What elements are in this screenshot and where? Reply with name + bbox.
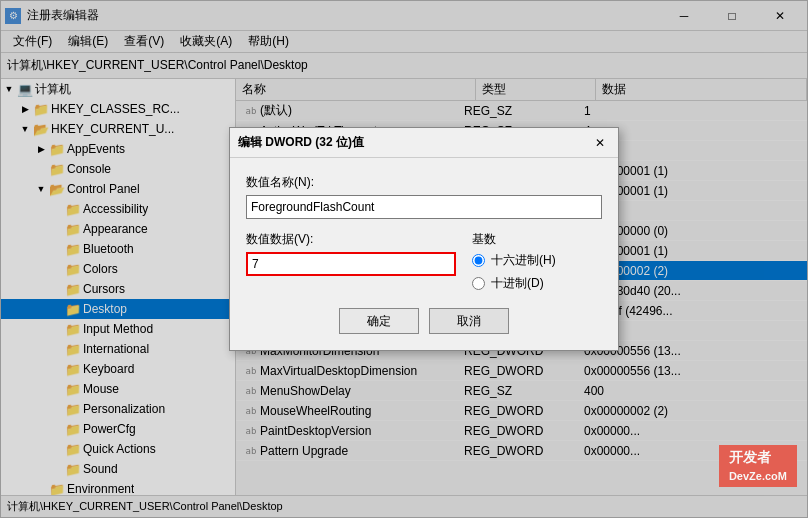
radio-hex-label[interactable]: 十六进制(H) bbox=[472, 252, 602, 269]
dialog-buttons: 确定 取消 bbox=[246, 308, 602, 334]
watermark-subtext: DevZe.coM bbox=[729, 470, 787, 482]
ok-button[interactable]: 确定 bbox=[339, 308, 419, 334]
radio-hex-text: 十六进制(H) bbox=[491, 252, 556, 269]
radio-dec[interactable] bbox=[472, 277, 485, 290]
radio-dec-label[interactable]: 十进制(D) bbox=[472, 275, 602, 292]
dialog-close-button[interactable]: ✕ bbox=[590, 133, 610, 153]
base-label: 基数 bbox=[472, 231, 602, 248]
cancel-button[interactable]: 取消 bbox=[429, 308, 509, 334]
value-input[interactable] bbox=[246, 252, 456, 276]
modal-overlay: 编辑 DWORD (32 位)值 ✕ 数值名称(N): 数值数据(V): 基数 bbox=[1, 1, 807, 517]
radio-hex[interactable] bbox=[472, 254, 485, 267]
radio-dec-text: 十进制(D) bbox=[491, 275, 544, 292]
name-label: 数值名称(N): bbox=[246, 174, 602, 191]
form-row: 数值数据(V): 基数 十六进制(H) bbox=[246, 231, 602, 292]
watermark-text: 开发者 bbox=[729, 449, 771, 465]
name-input[interactable] bbox=[246, 195, 602, 219]
main-window: ⚙ 注册表编辑器 ─ □ ✕ 文件(F) 编辑(E) 查看(V) 收藏夹(A) … bbox=[0, 0, 808, 518]
value-section: 数值数据(V): bbox=[246, 231, 456, 276]
base-section: 基数 十六进制(H) 十进制(D) bbox=[472, 231, 602, 292]
radio-group: 十六进制(H) 十进制(D) bbox=[472, 252, 602, 292]
watermark: 开发者 DevZe.coM bbox=[719, 445, 797, 487]
dialog-title-bar: 编辑 DWORD (32 位)值 ✕ bbox=[230, 128, 618, 158]
dialog-title: 编辑 DWORD (32 位)值 bbox=[238, 134, 364, 151]
dialog-body: 数值名称(N): 数值数据(V): 基数 十 bbox=[230, 158, 618, 350]
data-label: 数值数据(V): bbox=[246, 231, 456, 248]
value-input-wrapper bbox=[246, 252, 456, 276]
edit-dword-dialog: 编辑 DWORD (32 位)值 ✕ 数值名称(N): 数值数据(V): 基数 bbox=[229, 127, 619, 351]
